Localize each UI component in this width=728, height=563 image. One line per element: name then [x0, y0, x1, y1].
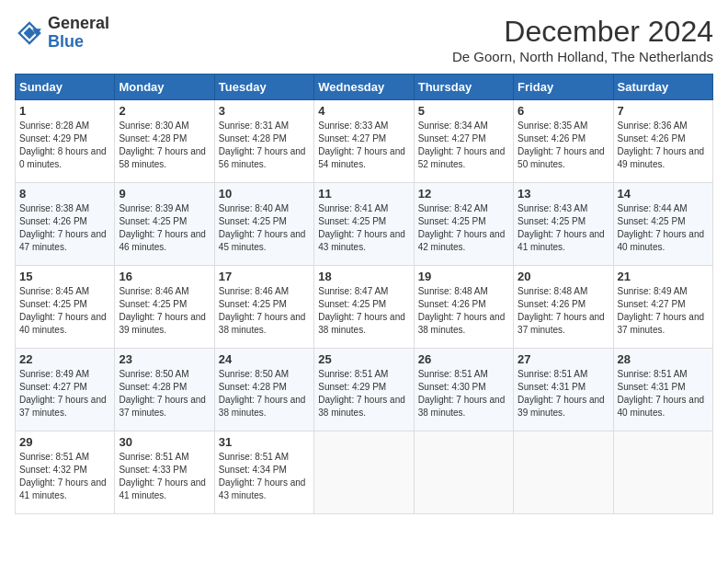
- day-info: Sunrise: 8:51 AMSunset: 4:31 PMDaylight:…: [618, 368, 709, 419]
- day-info: Sunrise: 8:36 AMSunset: 4:26 PMDaylight:…: [618, 120, 709, 171]
- day-number: 10: [219, 187, 310, 201]
- calendar-table: SundayMondayTuesdayWednesdayThursdayFrid…: [15, 74, 713, 514]
- day-number: 12: [418, 187, 509, 201]
- day-info: Sunrise: 8:43 AMSunset: 4:25 PMDaylight:…: [518, 202, 609, 254]
- calendar-cell: 8Sunrise: 8:38 AMSunset: 4:26 PMDaylight…: [16, 183, 115, 266]
- day-info: Sunrise: 8:48 AMSunset: 4:26 PMDaylight:…: [418, 285, 509, 337]
- day-info: Sunrise: 8:28 AMSunset: 4:29 PMDaylight:…: [19, 120, 110, 171]
- day-number: 13: [518, 187, 609, 201]
- day-number: 7: [618, 104, 709, 118]
- day-info: Sunrise: 8:41 AMSunset: 4:25 PMDaylight:…: [318, 202, 409, 254]
- logo-icon: [15, 18, 44, 48]
- calendar-body: 1Sunrise: 8:28 AMSunset: 4:29 PMDaylight…: [16, 100, 713, 514]
- day-number: 18: [318, 270, 409, 283]
- calendar-header-row: SundayMondayTuesdayWednesdayThursdayFrid…: [16, 75, 713, 100]
- day-number: 8: [19, 187, 110, 201]
- calendar-cell: 16Sunrise: 8:46 AMSunset: 4:25 PMDayligh…: [115, 266, 214, 349]
- day-number: 21: [618, 270, 709, 283]
- logo-blue-text: Blue: [48, 33, 109, 52]
- day-info: Sunrise: 8:50 AMSunset: 4:28 PMDaylight:…: [219, 368, 310, 419]
- day-header-wednesday: Wednesday: [314, 75, 414, 100]
- day-info: Sunrise: 8:34 AMSunset: 4:27 PMDaylight:…: [418, 120, 509, 171]
- day-number: 17: [219, 270, 310, 283]
- calendar-cell: 14Sunrise: 8:44 AMSunset: 4:25 PMDayligh…: [613, 183, 712, 266]
- day-info: Sunrise: 8:44 AMSunset: 4:25 PMDaylight:…: [618, 202, 709, 254]
- day-info: Sunrise: 8:40 AMSunset: 4:25 PMDaylight:…: [219, 202, 310, 254]
- calendar-week-4: 22Sunrise: 8:49 AMSunset: 4:27 PMDayligh…: [16, 349, 713, 431]
- day-info: Sunrise: 8:51 AMSunset: 4:31 PMDaylight:…: [518, 368, 609, 419]
- calendar-cell: 12Sunrise: 8:42 AMSunset: 4:25 PMDayligh…: [414, 183, 513, 266]
- day-number: 20: [518, 270, 609, 283]
- day-info: Sunrise: 8:42 AMSunset: 4:25 PMDaylight:…: [418, 202, 509, 254]
- day-header-monday: Monday: [115, 75, 214, 100]
- calendar-cell: 27Sunrise: 8:51 AMSunset: 4:31 PMDayligh…: [514, 349, 613, 431]
- calendar-cell: 21Sunrise: 8:49 AMSunset: 4:27 PMDayligh…: [613, 266, 712, 349]
- calendar-week-5: 29Sunrise: 8:51 AMSunset: 4:32 PMDayligh…: [16, 431, 713, 514]
- day-info: Sunrise: 8:51 AMSunset: 4:34 PMDaylight:…: [219, 451, 310, 502]
- calendar-cell: 1Sunrise: 8:28 AMSunset: 4:29 PMDaylight…: [16, 100, 115, 183]
- calendar-cell: [314, 431, 414, 514]
- calendar-cell: 30Sunrise: 8:51 AMSunset: 4:33 PMDayligh…: [115, 431, 214, 514]
- day-info: Sunrise: 8:46 AMSunset: 4:25 PMDaylight:…: [219, 285, 310, 337]
- day-header-tuesday: Tuesday: [214, 75, 313, 100]
- day-number: 16: [119, 270, 210, 283]
- day-info: Sunrise: 8:35 AMSunset: 4:26 PMDaylight:…: [518, 120, 609, 171]
- day-info: Sunrise: 8:30 AMSunset: 4:28 PMDaylight:…: [119, 120, 210, 171]
- day-number: 1: [19, 104, 110, 118]
- location-subtitle: De Goorn, North Holland, The Netherlands: [452, 49, 713, 64]
- day-info: Sunrise: 8:49 AMSunset: 4:27 PMDaylight:…: [618, 285, 709, 337]
- calendar-cell: 20Sunrise: 8:48 AMSunset: 4:26 PMDayligh…: [514, 266, 613, 349]
- day-number: 26: [418, 352, 509, 366]
- day-info: Sunrise: 8:46 AMSunset: 4:25 PMDaylight:…: [119, 285, 210, 337]
- day-number: 14: [618, 187, 709, 201]
- calendar-cell: [613, 431, 712, 514]
- calendar-week-1: 1Sunrise: 8:28 AMSunset: 4:29 PMDaylight…: [16, 100, 713, 183]
- calendar-cell: 28Sunrise: 8:51 AMSunset: 4:31 PMDayligh…: [613, 349, 712, 431]
- calendar-cell: 7Sunrise: 8:36 AMSunset: 4:26 PMDaylight…: [613, 100, 712, 183]
- day-info: Sunrise: 8:47 AMSunset: 4:25 PMDaylight:…: [318, 285, 409, 337]
- day-number: 2: [119, 104, 210, 118]
- day-info: Sunrise: 8:39 AMSunset: 4:25 PMDaylight:…: [119, 202, 210, 254]
- page-header: General Blue December 2024 De Goorn, Nor…: [15, 15, 713, 64]
- calendar-cell: 13Sunrise: 8:43 AMSunset: 4:25 PMDayligh…: [514, 183, 613, 266]
- day-number: 31: [219, 435, 310, 449]
- calendar-cell: 26Sunrise: 8:51 AMSunset: 4:30 PMDayligh…: [414, 349, 513, 431]
- calendar-cell: 4Sunrise: 8:33 AMSunset: 4:27 PMDaylight…: [314, 100, 414, 183]
- day-info: Sunrise: 8:50 AMSunset: 4:28 PMDaylight:…: [119, 368, 210, 419]
- logo-general-text: General: [48, 15, 109, 33]
- calendar-week-2: 8Sunrise: 8:38 AMSunset: 4:26 PMDaylight…: [16, 183, 713, 266]
- calendar-cell: 9Sunrise: 8:39 AMSunset: 4:25 PMDaylight…: [115, 183, 214, 266]
- day-number: 9: [119, 187, 210, 201]
- day-header-sunday: Sunday: [16, 75, 115, 100]
- calendar-cell: 23Sunrise: 8:50 AMSunset: 4:28 PMDayligh…: [115, 349, 214, 431]
- calendar-cell: 29Sunrise: 8:51 AMSunset: 4:32 PMDayligh…: [16, 431, 115, 514]
- day-number: 11: [318, 187, 409, 201]
- calendar-cell: [514, 431, 613, 514]
- day-info: Sunrise: 8:31 AMSunset: 4:28 PMDaylight:…: [219, 120, 310, 171]
- calendar-cell: 25Sunrise: 8:51 AMSunset: 4:29 PMDayligh…: [314, 349, 414, 431]
- day-info: Sunrise: 8:51 AMSunset: 4:33 PMDaylight:…: [119, 451, 210, 502]
- title-block: December 2024 De Goorn, North Holland, T…: [452, 15, 713, 64]
- calendar-cell: 6Sunrise: 8:35 AMSunset: 4:26 PMDaylight…: [514, 100, 613, 183]
- calendar-cell: 3Sunrise: 8:31 AMSunset: 4:28 PMDaylight…: [214, 100, 313, 183]
- day-header-thursday: Thursday: [414, 75, 513, 100]
- day-number: 23: [119, 352, 210, 366]
- day-number: 4: [318, 104, 409, 118]
- calendar-cell: 15Sunrise: 8:45 AMSunset: 4:25 PMDayligh…: [16, 266, 115, 349]
- day-number: 28: [618, 352, 709, 366]
- calendar-cell: 11Sunrise: 8:41 AMSunset: 4:25 PMDayligh…: [314, 183, 414, 266]
- calendar-cell: 2Sunrise: 8:30 AMSunset: 4:28 PMDaylight…: [115, 100, 214, 183]
- day-info: Sunrise: 8:33 AMSunset: 4:27 PMDaylight:…: [318, 120, 409, 171]
- day-number: 27: [518, 352, 609, 366]
- day-info: Sunrise: 8:38 AMSunset: 4:26 PMDaylight:…: [19, 202, 110, 254]
- day-info: Sunrise: 8:49 AMSunset: 4:27 PMDaylight:…: [19, 368, 110, 419]
- day-number: 19: [418, 270, 509, 283]
- calendar-cell: 17Sunrise: 8:46 AMSunset: 4:25 PMDayligh…: [214, 266, 313, 349]
- day-info: Sunrise: 8:48 AMSunset: 4:26 PMDaylight:…: [518, 285, 609, 337]
- calendar-cell: 18Sunrise: 8:47 AMSunset: 4:25 PMDayligh…: [314, 266, 414, 349]
- day-info: Sunrise: 8:51 AMSunset: 4:29 PMDaylight:…: [318, 368, 409, 419]
- day-number: 25: [318, 352, 409, 366]
- day-number: 3: [219, 104, 310, 118]
- day-number: 6: [518, 104, 609, 118]
- calendar-week-3: 15Sunrise: 8:45 AMSunset: 4:25 PMDayligh…: [16, 266, 713, 349]
